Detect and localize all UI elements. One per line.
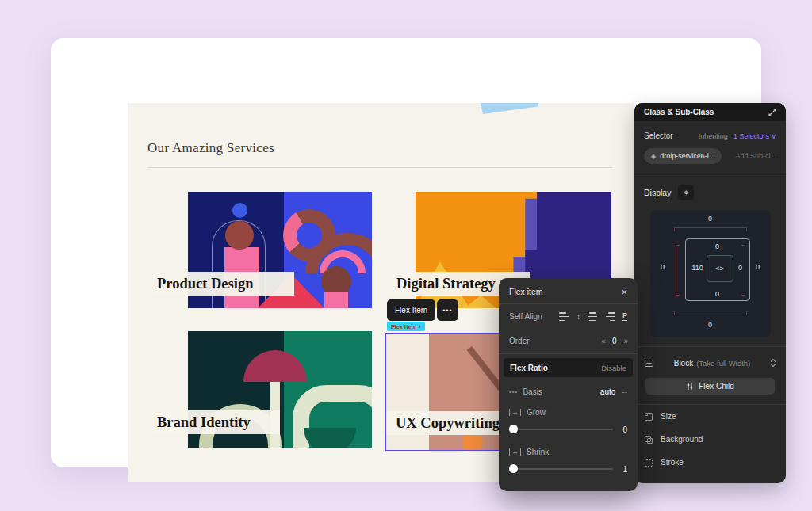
add-subclass-button[interactable]: Add Sub-cl... [735,152,776,160]
grow-value[interactable]: 0 [621,425,627,434]
service-label-text: Product Design [157,276,253,292]
shrink-slider: 1 [499,461,638,477]
self-align-label: Self Align [509,312,542,321]
shrink-slider-handle[interactable] [509,464,518,473]
size-icon [644,412,653,421]
box-model-widget: 0 0 0 0 110 <> 0 0 0 [650,210,771,337]
order-label: Order [509,337,530,345]
chevron-right-icon: › [419,323,422,330]
padding-right-value[interactable]: 0 [736,264,745,272]
class-pill-label: droip-service6-i... [660,152,714,160]
order-value[interactable]: 0 [612,337,617,345]
background-icon [644,435,653,444]
align-baseline-icon[interactable]: P [622,312,627,321]
element-more-button[interactable]: ••• [437,299,458,321]
margin-bracket-bottom [674,311,747,315]
size-placeholder: <> [715,265,724,273]
margin-bottom-value[interactable]: 0 [650,321,771,329]
service-label-text: Digital Strategy [396,276,496,292]
flex-child-button[interactable]: Flex Child [645,378,775,395]
display-label: Display [644,188,671,197]
margin-top-value[interactable]: 0 [650,215,771,223]
grow-label: Grow [527,408,546,417]
padding-left-value[interactable]: 110 [688,264,707,272]
sliders-icon [686,382,694,391]
shrink-value[interactable]: 1 [621,465,627,474]
section-heading: Our Amazing Services [147,140,274,156]
divider [634,346,786,347]
art-shape [465,296,496,308]
section-label: Stroke [661,458,684,467]
expand-icon[interactable] [768,109,776,116]
basis-unit-toggle[interactable]: -- [622,387,627,396]
close-icon[interactable]: × [621,287,627,297]
align-stretch-icon[interactable]: ↕ [576,313,580,321]
art-shape [270,371,280,448]
flex-child-label: Flex Child [699,382,733,391]
basis-dots-icon: ••• [509,388,518,395]
shrink-label: Shrink [527,448,549,456]
selected-element-tag[interactable]: Flex Item › [387,322,425,331]
element-tooltip: Flex Item ••• [387,299,458,321]
margin-right-value[interactable]: 0 [750,263,766,271]
grow-slider-track[interactable] [509,429,613,430]
section-stroke[interactable]: Stroke [644,451,776,474]
display-type-hint: (Take full Width) [696,359,750,368]
align-center-icon[interactable] [588,312,598,321]
art-shape [304,428,356,448]
grow-slider: 0 [499,421,638,437]
display-type-select[interactable]: Block (Take full Width) [644,354,776,372]
margin-bracket-top [674,227,747,231]
service-label-text: UX Copywriting [396,415,500,432]
app-window: Our Amazing Services [51,38,761,467]
section-background[interactable]: Background [644,428,776,451]
margin-bracket-left [676,245,680,296]
service-label-text: Brand Identity [157,414,251,431]
selected-element-tag-label: Flex Item [391,323,417,330]
flex-item-panel: Flex item × Self Align ↕ P Order « 0 » F… [499,278,638,491]
grow-slider-handle[interactable] [509,425,518,433]
flex-ratio-title: Flex Ratio [510,364,548,372]
padding-box: 0 110 <> 0 0 [685,238,750,301]
basis-label: Basis [523,387,542,396]
class-pill[interactable]: ◈ droip-service6-i... [644,148,722,164]
shrink-slider-track[interactable] [509,468,613,470]
divider [499,353,638,354]
panel-title: Flex item [509,287,543,296]
target-icon: ⌖ [684,187,689,198]
chevron-updown-icon [770,358,776,368]
padding-top-value[interactable]: 0 [686,242,749,250]
decorative-wedge [481,103,538,114]
element-size-box[interactable]: <> [707,255,733,282]
display-settings-button[interactable]: ⌖ [678,185,694,200]
selectors-dropdown[interactable]: 1 Selectors ∨ [733,132,776,140]
class-subclass-panel: Class & Sub-Class Selector Inheriting 1 … [634,103,786,483]
align-start-icon[interactable] [559,312,569,321]
order-decrease-button[interactable]: « [601,337,605,345]
panel-title: Class & Sub-Class [644,108,714,116]
flex-ratio-disable-button[interactable]: Disable [601,364,626,372]
art-shape [243,350,307,382]
grow-icon: ↔ [509,409,521,416]
order-increase-button[interactable]: » [623,337,627,345]
section-size[interactable]: Size [644,405,776,428]
art-shape [324,292,348,308]
art-shape [225,221,254,250]
art-shape [232,203,247,218]
section-label: Size [661,412,676,421]
padding-bottom-value[interactable]: 0 [686,290,749,298]
selector-label: Selector [644,132,673,140]
align-end-icon[interactable] [605,312,615,321]
heading-divider [147,167,612,168]
section-label: Background [661,435,703,444]
basis-value[interactable]: auto [600,387,615,396]
class-icon: ◈ [651,153,656,160]
inheriting-label: Inheriting [699,132,728,140]
element-tooltip-label[interactable]: Flex Item [387,299,435,321]
margin-left-value[interactable]: 0 [655,263,671,271]
service-label: Brand Identity [147,410,280,434]
shrink-icon: ↔ [509,448,521,456]
display-type-value: Block [674,359,693,368]
stroke-icon [644,458,653,467]
divider [634,174,786,174]
